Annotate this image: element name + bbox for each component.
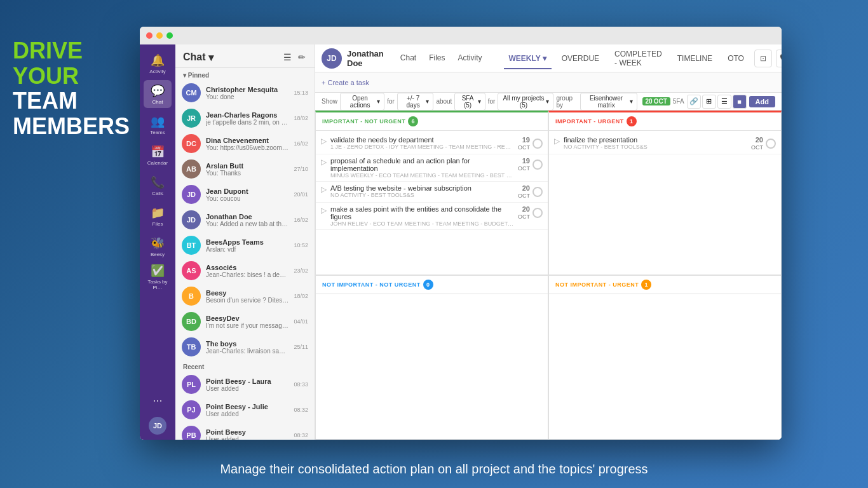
list-item[interactable]: AB Arslan Butt You: Thanks 27/10 — [175, 156, 315, 182]
task-right: 20 OCT — [518, 205, 543, 220]
compose-button[interactable]: ✏ — [297, 51, 307, 64]
list-item[interactable]: CM Christopher Mesquita You: done 15:13 — [175, 80, 315, 105]
table-row[interactable]: ▷ finalize the presentation NO ACTIVITY … — [549, 133, 781, 154]
task-checkbox[interactable] — [532, 159, 543, 170]
view-link-button[interactable]: 🔗 — [687, 95, 701, 109]
minimize-dot[interactable] — [156, 32, 163, 39]
task-checkbox[interactable] — [532, 187, 543, 197]
task-right: 20 OCT — [751, 136, 776, 151]
avatar: JD — [182, 210, 201, 229]
maximize-dot[interactable] — [166, 32, 173, 39]
filters-bar: Show Open actions ▾ for +/- 7 days ▾ abo… — [315, 93, 782, 111]
sidebar-item-calendar[interactable]: 📅 Calendar — [144, 141, 172, 169]
task-right: 19 OCT — [518, 157, 543, 172]
priority-icon: ▷ — [554, 137, 560, 146]
open-actions-filter[interactable]: Open actions ▾ — [340, 93, 384, 111]
q-badge-not-important-urgent: 1 — [641, 280, 651, 290]
list-item[interactable]: PL Point Beesy - Laura User added 08:33 — [175, 372, 315, 397]
sidebar-item-chat[interactable]: 💬 Chat — [144, 80, 172, 108]
tab-weekly[interactable]: WEEKLY ▾ — [504, 48, 552, 69]
view-list-button[interactable]: ☰ — [717, 95, 731, 109]
avatar: DC — [182, 134, 201, 153]
task-date: 20 OCT — [518, 205, 530, 220]
list-item[interactable]: JR Jean-Charles Ragons je t'appelle dans… — [175, 105, 315, 131]
list-item[interactable]: JD Jonathan Doe You: Added a new tab at … — [175, 207, 315, 233]
tab-activity[interactable]: Activity — [452, 46, 489, 71]
calendar-icon: 📅 — [151, 145, 165, 159]
eisenhower-filter[interactable]: Eisenhower matrix ▾ — [580, 93, 637, 111]
list-item[interactable]: BT BeesApps Teams Arslan: vdf 10:52 — [175, 233, 315, 258]
table-row[interactable]: ▷ make a sales point with the entities a… — [316, 203, 548, 230]
main-content: JD Jonathan Doe Chat Files Activity WEEK… — [315, 44, 782, 440]
headline-text: DRIVE YOUR TEAM MEMBERS — [13, 38, 140, 139]
screen-share-button[interactable]: ⊡ — [754, 50, 772, 67]
tab-chat[interactable]: Chat — [394, 46, 423, 71]
chat-info: BeesApps Teams Arslan: vdf — [206, 238, 288, 253]
phone-button[interactable]: 📞 — [776, 50, 782, 67]
tab-completed-week[interactable]: COMPLETED - WEEK — [609, 44, 667, 74]
period-filter[interactable]: +/- 7 days ▾ — [397, 93, 434, 111]
task-bar: + Create a task — [315, 72, 782, 93]
task-details: finalize the presentation NO ACTIVITY - … — [564, 136, 747, 150]
table-row[interactable]: ▷ validate the needs by department 1 JE … — [316, 133, 548, 154]
list-item[interactable]: DC Dina Chevenement You: https://us06web… — [175, 131, 315, 156]
list-item[interactable]: AS Associés Jean-Charles: bises ! a dema… — [175, 258, 315, 283]
list-item[interactable]: PB Point Beesy User added 08:32 — [175, 423, 315, 440]
chat-info: Jean-Charles Ragons je t'appelle dans 2 … — [206, 111, 288, 126]
avatar: JD — [182, 185, 201, 204]
task-right: 19 OCT — [518, 136, 543, 151]
teams-icon: 👥 — [151, 114, 165, 128]
calls-icon: 📞 — [151, 175, 165, 189]
app-body: 🔔 Activity 💬 Chat 👥 Teams 📅 Calendar 📞 C… — [140, 44, 782, 440]
list-item[interactable]: TB The boys Jean-Charles: livraison same… — [175, 334, 315, 360]
pinned-section-label: ▾ Pinned — [175, 68, 315, 80]
title-bar — [140, 27, 782, 44]
all-projects-filter[interactable]: All my projects (5) ▾ — [498, 93, 553, 111]
sidebar-item-calls[interactable]: 📞 Calls — [144, 172, 172, 200]
tab-overdue[interactable]: OVERDUE — [557, 48, 604, 69]
list-item[interactable]: B Beesy Besoin d'un service ? Dites moi … — [175, 283, 315, 309]
sidebar-label-calls: Calls — [152, 191, 163, 196]
task-checkbox[interactable] — [532, 139, 543, 149]
avatar: CM — [182, 83, 201, 102]
sidebar-item-more[interactable]: ··· — [144, 386, 172, 414]
q-header-not-important-urgent: NOT IMPORTANT - URGENT 1 — [549, 276, 781, 294]
avatar: B — [182, 287, 201, 306]
close-dot[interactable] — [146, 32, 153, 39]
tab-files[interactable]: Files — [423, 46, 451, 71]
activity-icon: 🔔 — [151, 53, 165, 67]
avatar: PB — [182, 426, 201, 440]
tab-oto[interactable]: OTO — [722, 48, 749, 69]
q-badge-not-important-not-urgent: 0 — [423, 280, 433, 290]
task-checkbox[interactable] — [532, 208, 543, 218]
sidebar-item-files[interactable]: 📁 Files — [144, 202, 172, 230]
table-row[interactable]: ▷ A/B testing the website - webinar subs… — [316, 182, 548, 203]
task-date: 20 OCT — [751, 136, 763, 151]
group-by-label: group by — [556, 95, 577, 109]
tasks-icon: ✅ — [151, 264, 165, 278]
list-item[interactable]: PJ Point Beesy - Julie User added 08:32 — [175, 397, 315, 423]
list-item[interactable]: BD BeesyDev I'm not sure if your message… — [175, 309, 315, 334]
sidebar-item-tasks[interactable]: ✅ Tasks by Pi… — [144, 263, 172, 291]
sidebar-item-beesy[interactable]: 🐝 Beesy — [144, 233, 172, 261]
list-item[interactable]: JD Jean Dupont You: coucou 20/01 — [175, 182, 315, 207]
chevron-down-icon: ▾ — [208, 51, 214, 64]
q-body-not-important-not-urgent — [316, 294, 548, 439]
sfa-filter[interactable]: SFA (5) ▾ — [454, 93, 485, 111]
user-name: Jonathan Doe — [347, 49, 384, 68]
view-color-button[interactable]: ■ — [733, 95, 747, 109]
view-grid-button[interactable]: ⊞ — [702, 95, 716, 109]
task-checkbox[interactable] — [766, 139, 776, 149]
avatar: JR — [182, 109, 201, 128]
sidebar-item-teams[interactable]: 👥 Teams — [144, 111, 172, 139]
chat-info: BeesyDev I'm not sure if your message wa… — [206, 315, 288, 329]
create-task-button[interactable]: + Create a task — [322, 79, 369, 86]
tab-timeline[interactable]: TIMELINE — [672, 48, 717, 69]
filter-button[interactable]: ☰ — [282, 51, 293, 64]
sidebar-item-activity[interactable]: 🔔 Activity — [144, 50, 172, 78]
chat-info: Associés Jean-Charles: bises ! a demain … — [206, 264, 288, 278]
table-row[interactable]: ▷ proposal of a schedule and an action p… — [316, 154, 548, 182]
headline: DRIVE YOUR TEAM MEMBERS — [13, 38, 140, 139]
chat-list-panel: Chat ▾ ☰ ✏ ▾ Pinned CM Christopher Mesqu… — [175, 44, 315, 440]
add-button[interactable]: Add — [749, 96, 775, 107]
